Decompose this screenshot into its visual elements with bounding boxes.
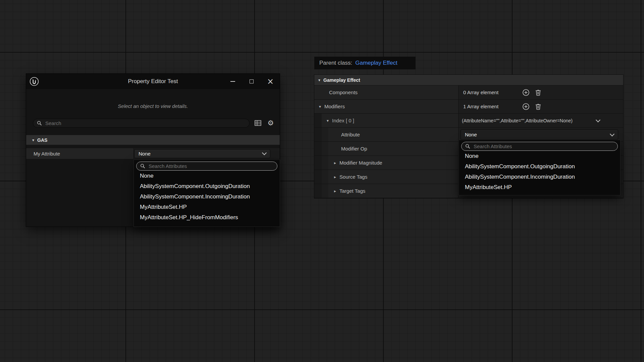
array-count: 1 Array element <box>463 104 498 109</box>
dropdown-option[interactable]: MyAttributeSet.HP <box>461 182 618 192</box>
property-editor-test-window: Property Editor Test × Select an object … <box>26 74 280 227</box>
property-value-cell: None <box>134 148 280 159</box>
row-modifiers: ▾ Modifiers 1 Array element <box>314 100 623 114</box>
dropdown-option[interactable]: MyAttributeSet.HP_HideFromModifiers <box>136 212 277 223</box>
category-label: Gameplay Effect <box>323 77 360 83</box>
maximize-button[interactable] <box>242 74 261 89</box>
attribute-picker-dropdown: None AbilitySystemComponent.OutgoingDura… <box>134 160 280 227</box>
attribute-search-box[interactable] <box>136 162 277 171</box>
add-array-element-button[interactable] <box>522 103 530 110</box>
search-input[interactable] <box>45 120 246 126</box>
attribute-search-input[interactable] <box>473 143 614 149</box>
row-label: Source Tags <box>339 174 367 180</box>
property-row-my-attribute: My Attribute None <box>26 148 280 159</box>
row-index-0: ▾ Index [ 0 ] (AttributeName="",Attribut… <box>314 114 623 128</box>
dropdown-option[interactable]: AbilitySystemComponent.OutgoingDuration <box>136 181 277 191</box>
chevron-down-icon[interactable]: ▾ <box>327 118 329 123</box>
category-header-gameplay-effect[interactable]: ▾ Gameplay Effect <box>314 75 623 85</box>
row-label: Index [ 0 ] <box>332 118 354 123</box>
chevron-down-icon[interactable]: ▾ <box>318 78 320 82</box>
search-icon <box>465 144 470 149</box>
chevron-down-icon <box>262 150 267 155</box>
clear-array-button[interactable] <box>535 103 541 110</box>
maximize-icon <box>250 79 254 83</box>
combobox-value: None <box>139 151 151 157</box>
chevron-right-icon[interactable]: ▸ <box>334 189 336 193</box>
row-label: Modifiers <box>324 104 345 109</box>
parent-class-label: Parent class: <box>319 60 352 66</box>
dropdown-option[interactable]: AbilitySystemComponent.IncomingDuration <box>136 191 277 202</box>
window-titlebar[interactable]: Property Editor Test × <box>26 74 280 89</box>
row-label: Components <box>329 89 358 95</box>
attribute-picker-dropdown-details: None AbilitySystemComponent.OutgoingDura… <box>459 140 620 195</box>
search-icon <box>140 164 145 169</box>
array-count: 0 Array element <box>463 89 498 95</box>
search-icon <box>37 121 42 126</box>
chevron-down-icon[interactable]: ▾ <box>32 138 34 142</box>
chevron-down-icon[interactable]: ▾ <box>319 104 321 109</box>
category-header-gas[interactable]: ▾ GAS <box>26 135 280 145</box>
chevron-down-icon[interactable] <box>596 117 600 122</box>
dropdown-option-none[interactable]: None <box>136 171 277 181</box>
struct-preview-value: (AttributeName="",Attribute="",Attribute… <box>462 118 573 123</box>
chevron-down-icon <box>610 131 614 136</box>
property-label: My Attribute <box>26 148 134 159</box>
add-array-element-button[interactable] <box>522 89 530 96</box>
settings-gear-icon[interactable]: ⚙ <box>266 120 275 127</box>
minimize-button[interactable] <box>223 74 242 89</box>
combobox-value: None <box>465 132 477 137</box>
parent-class-link[interactable]: Gameplay Effect <box>355 60 397 66</box>
row-label: Target Tags <box>339 188 365 194</box>
clear-array-button[interactable] <box>535 89 541 96</box>
attribute-search-box[interactable] <box>461 142 618 151</box>
row-label: Modifier Magnitude <box>339 160 382 166</box>
display-options-icon[interactable] <box>254 120 262 126</box>
my-attribute-combobox[interactable]: None <box>134 149 270 158</box>
row-attribute: Attribute None <box>314 128 623 142</box>
attribute-search-input[interactable] <box>148 163 273 169</box>
window-controls: × <box>223 74 280 89</box>
empty-details-hint: Select an object to view details. <box>26 103 280 109</box>
close-button[interactable]: × <box>261 74 280 89</box>
search-box[interactable] <box>33 119 250 128</box>
dropdown-option[interactable]: AbilitySystemComponent.OutgoingDuration <box>461 161 618 172</box>
row-components: Components 0 Array element <box>314 85 623 100</box>
chevron-right-icon[interactable]: ▸ <box>334 175 336 179</box>
chevron-right-icon[interactable]: ▸ <box>334 161 336 165</box>
blueprint-graph-background[interactable]: Property Editor Test × Select an object … <box>0 0 644 362</box>
row-label: Attribute <box>341 132 360 137</box>
dropdown-option[interactable]: MyAttributeSet.HP <box>136 202 277 212</box>
unreal-engine-logo-icon <box>30 77 39 86</box>
details-toolbar: ⚙ <box>33 118 275 128</box>
row-label: Modifier Op <box>341 146 367 152</box>
dropdown-option[interactable]: AbilitySystemComponent.IncomingDuration <box>461 172 618 182</box>
minimize-icon <box>230 81 235 82</box>
attribute-combobox[interactable]: None <box>461 129 618 140</box>
dropdown-option-none[interactable]: None <box>461 151 618 161</box>
category-label: GAS <box>37 137 47 143</box>
parent-class-banner: Parent class: Gameplay Effect <box>314 57 416 69</box>
close-icon: × <box>267 77 274 85</box>
